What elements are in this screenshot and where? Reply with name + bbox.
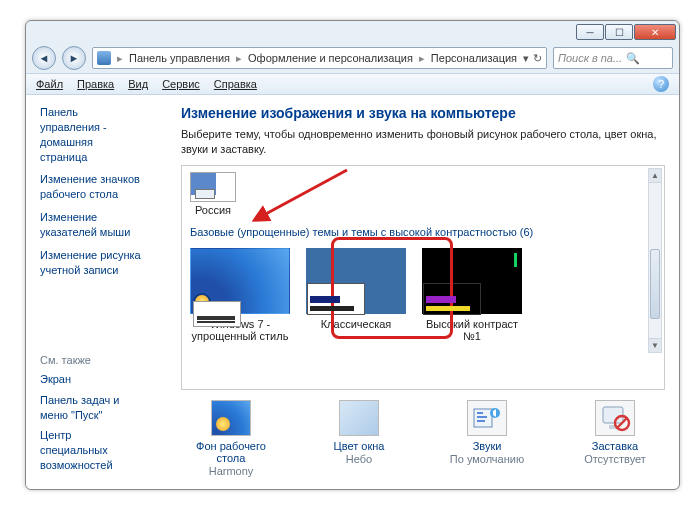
theme-thumb <box>190 248 290 314</box>
footer-value: По умолчанию <box>450 453 524 465</box>
svg-rect-3 <box>603 407 623 423</box>
theme-item-russia[interactable]: Россия <box>190 172 236 216</box>
breadcrumb-seg: ▸ <box>115 52 125 65</box>
theme-item-highcontrast1[interactable]: Высокий контраст №1 <box>422 248 522 342</box>
main-pane: Изменение изображения и звука на компьют… <box>151 95 679 489</box>
footer-item-window-color[interactable]: Цвет окна Небо <box>311 400 407 477</box>
theme-label: Классическая <box>321 318 392 330</box>
menu-view[interactable]: Вид <box>128 78 148 90</box>
page-title: Изменение изображения и звука на компьют… <box>181 105 665 121</box>
back-button[interactable]: ◄ <box>32 46 56 70</box>
footer-label: Заставка <box>567 440 663 452</box>
see-also-header: См. также <box>40 354 141 366</box>
menu-file[interactable]: Файл <box>36 78 63 90</box>
help-icon[interactable]: ? <box>653 76 669 92</box>
menu-edit[interactable]: Правка <box>77 78 114 90</box>
sound-icon <box>467 400 507 436</box>
scroll-up-icon[interactable]: ▲ <box>649 169 661 183</box>
themes-scrollbar[interactable]: ▲ ▼ <box>648 168 662 353</box>
svg-rect-1 <box>474 409 492 427</box>
theme-thumb <box>422 248 522 314</box>
wallpaper-icon <box>211 400 251 436</box>
window-color-icon <box>339 400 379 436</box>
forward-button[interactable]: ► <box>62 46 86 70</box>
search-box[interactable]: Поиск в па... 🔍 <box>553 47 673 69</box>
scroll-down-icon[interactable]: ▼ <box>649 338 661 352</box>
close-button[interactable]: ✕ <box>634 24 676 40</box>
footer-label: Звуки <box>439 440 535 452</box>
footer-label: Цвет окна <box>311 440 407 452</box>
screensaver-icon <box>595 400 635 436</box>
sidebar-link-desktop-icons[interactable]: Изменение значков рабочего стола <box>40 172 141 202</box>
nav-toolbar: ◄ ► ▸ Панель управления ▸ Оформление и п… <box>26 43 679 73</box>
scroll-thumb[interactable] <box>650 249 660 319</box>
svg-line-0 <box>262 170 347 216</box>
sidebar: Панель управления - домашняя страница Из… <box>26 95 151 489</box>
see-also-ease-of-access[interactable]: Центр специальных возможностей <box>40 428 141 473</box>
footer-value: Harmony <box>209 465 254 477</box>
footer-value: Отсутствует <box>584 453 646 465</box>
search-placeholder: Поиск в па... <box>558 52 622 64</box>
page-description: Выберите тему, чтобы одновременно измени… <box>181 127 665 157</box>
sidebar-link-mouse-pointers[interactable]: Изменение указателей мыши <box>40 210 141 240</box>
theme-category-label: Базовые (упрощенные) темы и темы с высок… <box>190 226 656 238</box>
menu-help[interactable]: Справка <box>214 78 257 90</box>
cpl-icon <box>97 51 111 65</box>
sidebar-link-cpl-home[interactable]: Панель управления - домашняя страница <box>40 105 141 164</box>
breadcrumb-root[interactable]: Панель управления <box>129 52 230 64</box>
customization-row: Фон рабочего стола Harmony Цвет окна Неб… <box>181 390 665 481</box>
address-bar[interactable]: ▸ Панель управления ▸ Оформление и персо… <box>92 47 547 69</box>
footer-value: Небо <box>346 453 372 465</box>
maximize-button[interactable]: ☐ <box>605 24 633 40</box>
minimize-button[interactable]: ─ <box>576 24 604 40</box>
menubar: Файл Правка Вид Сервис Справка ? <box>26 73 679 95</box>
footer-item-background[interactable]: Фон рабочего стола Harmony <box>183 400 279 477</box>
theme-item-classic[interactable]: Классическая <box>306 248 406 342</box>
theme-label: Россия <box>195 204 231 216</box>
footer-item-sounds[interactable]: Звуки По умолчанию <box>439 400 535 477</box>
see-also-taskbar[interactable]: Панель задач и меню "Пуск" <box>40 393 141 423</box>
theme-thumb <box>306 248 406 314</box>
titlebar: ─ ☐ ✕ <box>26 21 679 43</box>
themes-list: Россия Базовые (упрощенные) темы и темы … <box>181 165 665 390</box>
footer-item-screensaver[interactable]: Заставка Отсутствует <box>567 400 663 477</box>
search-icon: 🔍 <box>626 52 640 65</box>
sidebar-link-account-picture[interactable]: Изменение рисунка учетной записи <box>40 248 141 278</box>
addr-dropdown-icon[interactable]: ▾ <box>523 52 529 65</box>
breadcrumb-mid[interactable]: Оформление и персонализация <box>248 52 413 64</box>
breadcrumb-leaf[interactable]: Персонализация <box>431 52 517 64</box>
theme-thumb <box>190 172 236 202</box>
annotation-arrow <box>252 165 352 224</box>
menu-service[interactable]: Сервис <box>162 78 200 90</box>
footer-label: Фон рабочего стола <box>183 440 279 464</box>
refresh-icon[interactable]: ↻ <box>533 52 542 65</box>
theme-label: Высокий контраст №1 <box>426 318 518 342</box>
theme-item-win7basic[interactable]: Windows 7 - упрощенный стиль <box>190 248 290 342</box>
see-also-display[interactable]: Экран <box>40 372 141 387</box>
window-frame: ─ ☐ ✕ ◄ ► ▸ Панель управления ▸ Оформлен… <box>25 20 680 490</box>
